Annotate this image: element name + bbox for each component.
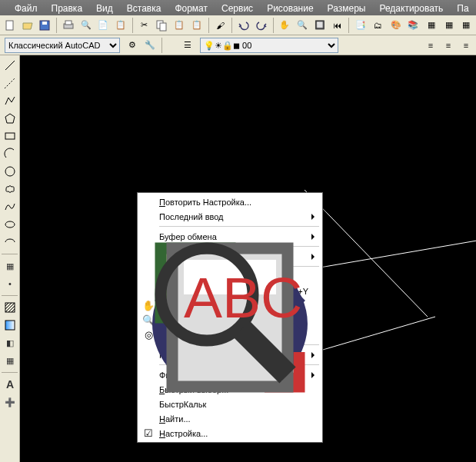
svg-line-7 [5,61,15,70]
ctx-find[interactable]: ABC Найти... [139,411,321,426]
svg-line-14 [5,303,8,306]
layer-select[interactable]: 💡☀🔒◼ 00 [200,38,338,53]
construction-line-button[interactable] [2,75,18,91]
svg-rect-2 [42,22,47,25]
extra3-button[interactable]: ▦ [458,17,474,34]
gradient-button[interactable] [2,317,18,334]
layer-filter1-button[interactable]: ≡ [422,37,439,54]
extra2-button[interactable]: ▦ [441,17,458,34]
layer-filter2-button[interactable]: ≡ [440,37,457,54]
line-button[interactable] [2,57,18,74]
match-props-button[interactable]: 🖌 [212,17,229,34]
menu-view[interactable]: Вид [89,2,120,14]
svg-line-20 [305,190,428,317]
svg-line-27 [241,329,288,375]
paste-block-button[interactable]: 📋 [188,17,205,34]
draw-toolbar: ▦ • ◧ ▦ A ➕ [0,55,20,462]
point-button[interactable]: • [2,275,18,292]
svg-rect-4 [65,21,72,25]
plot-preview-button[interactable]: 🔍 [78,17,95,34]
table-button[interactable]: ▦ [2,352,18,369]
ellipse-arc-button[interactable] [2,234,18,251]
menu-draw[interactable]: Рисование [260,2,320,14]
ws-gear-button[interactable]: ⚙ [124,37,141,54]
find-icon: ABC [141,413,156,425]
svg-point-11 [5,167,15,176]
layer-props-button[interactable]: ☰ [179,37,196,54]
menu-insert[interactable]: Вставка [120,2,168,14]
sheet-set-button[interactable]: 📚 [404,17,421,34]
menu-dimension[interactable]: Размеры [321,2,373,14]
svg-rect-10 [5,133,15,139]
revcloud-button[interactable] [2,181,18,198]
dsv-button[interactable]: 🗂 [370,17,387,34]
region-button[interactable]: ◧ [2,334,18,351]
open-button[interactable] [19,17,36,34]
context-menu: Повторить Настройка... Последний ввод Бу… [137,192,323,443]
extra1-button[interactable]: ▦ [423,17,440,34]
polyline-button[interactable] [2,92,18,109]
new-button[interactable] [2,17,18,34]
spline-button[interactable] [2,198,18,215]
undo-button[interactable] [235,17,252,34]
menubar: Файл Правка Вид Вставка Формат Сервис Ри… [0,0,476,15]
svg-line-18 [12,309,15,312]
block-button[interactable]: ▦ [2,258,18,274]
svg-line-17 [8,306,15,312]
menu-file[interactable]: Файл [8,2,45,14]
rectangle-button[interactable] [2,128,18,145]
workspace-select[interactable]: Классический AutoCAD [5,38,120,53]
addsel-button[interactable]: ➕ [2,394,18,410]
save-button[interactable] [36,17,53,34]
cut-button[interactable]: ✂ [136,17,153,34]
export-button[interactable]: 📋 [112,17,129,34]
tool-palette-button[interactable]: 🎨 [388,17,404,34]
svg-line-15 [5,303,12,309]
plot-button[interactable] [60,17,77,34]
layer-filter3-button[interactable]: ≡ [458,37,474,54]
publish-button[interactable]: 📄 [95,17,112,34]
svg-text:ABC: ABC [184,265,302,330]
arc-button[interactable] [2,145,18,162]
menu-param[interactable]: Па [450,2,475,14]
paste-button[interactable]: 📋 [171,17,188,34]
menu-modify[interactable]: Редактировать [372,2,450,14]
svg-rect-19 [5,321,15,330]
zoom-win-button[interactable]: 🔲 [311,17,328,34]
pan-button[interactable]: ✋ [277,17,294,34]
hatch-button[interactable] [2,299,18,316]
ellipse-button[interactable] [2,216,18,233]
copy-button[interactable] [153,17,170,34]
zoom-prev-button[interactable]: ⏮ [329,17,346,34]
drawing-area[interactable]: Повторить Настройка... Последний ввод Бу… [20,55,476,462]
svg-marker-9 [5,114,15,123]
svg-line-22 [305,317,435,355]
redo-button[interactable] [253,17,270,34]
svg-line-8 [5,78,15,88]
ws-settings-button[interactable]: 🔧 [141,37,158,54]
menu-edit[interactable]: Правка [45,2,90,14]
circle-button[interactable] [2,163,18,180]
svg-point-12 [5,221,15,228]
standard-toolbar: 🔍 📄 📋 ✂ 📋 📋 🖌 ✋ 🔍 🔲 ⏮ 📑 🗂 🎨 📚 ▦ ▦ ▦ [0,15,476,35]
svg-rect-6 [160,23,166,31]
zoom-rt-button[interactable]: 🔍 [294,17,311,34]
svg-rect-0 [6,21,13,30]
menu-format[interactable]: Формат [168,2,215,14]
workspace-layer-toolbar: Классический AutoCAD ⚙ 🔧 ☰ 💡☀🔒◼ 00 ≡ ≡ ≡ [0,35,476,55]
properties-button[interactable]: 📑 [352,17,369,34]
mtext-button[interactable]: A [2,376,18,393]
polygon-button[interactable] [2,110,18,127]
menu-service[interactable]: Сервис [215,2,260,14]
